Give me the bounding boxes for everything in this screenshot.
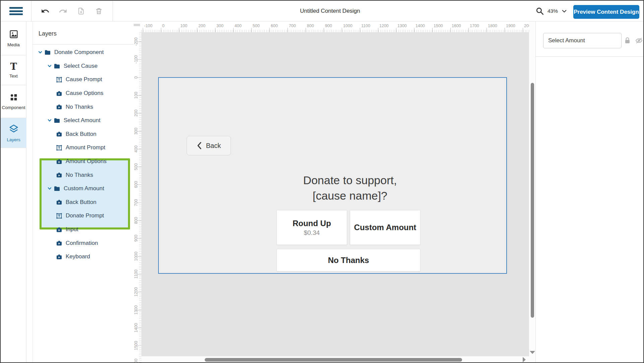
- button-layer-icon: [56, 240, 62, 247]
- layer-label: No Thanks: [66, 104, 93, 110]
- canvas-back-button[interactable]: Back: [187, 136, 231, 155]
- layer-label: Select Amount: [64, 117, 101, 124]
- ruler-label: 1600: [452, 23, 461, 28]
- layer-label: Confirmation: [66, 240, 98, 247]
- zoom-chevron-down-icon[interactable]: [561, 8, 567, 14]
- button-layer-icon: [56, 199, 62, 206]
- ruler-label: 1000: [343, 23, 352, 28]
- layer-row-custom-amount[interactable]: Custom Amount: [1, 182, 133, 196]
- option-title: Custom Amount: [354, 223, 416, 232]
- undo-button[interactable]: [40, 5, 51, 17]
- layer-label: Cause Prompt: [66, 76, 102, 83]
- chevron-down-icon[interactable]: [48, 64, 52, 68]
- layer-row-no-thanks[interactable]: No Thanks: [1, 100, 133, 114]
- preview-content-design-button[interactable]: Preview Content Design: [573, 5, 639, 19]
- ruler-major-tick: [360, 28, 360, 32]
- ruler-major-tick: [342, 28, 342, 32]
- ruler-major-tick: [161, 28, 161, 32]
- layer-row-back-button[interactable]: Back Button: [1, 127, 133, 141]
- text-layer-icon: [56, 76, 62, 83]
- eye-slash-icon: [635, 37, 643, 44]
- layer-label: Select Cause: [64, 63, 98, 69]
- ruler-label: 1900: [506, 23, 515, 28]
- ruler-label: 1200: [134, 287, 138, 297]
- chevron-down-icon[interactable]: [48, 187, 52, 191]
- layer-row-input[interactable]: Input: [1, 223, 133, 237]
- layer-label: Amount Prompt: [66, 144, 105, 151]
- layer-label: Amount Options: [66, 158, 107, 165]
- ruler-major-tick: [287, 28, 288, 32]
- layer-label: Custom Amount: [64, 185, 104, 192]
- text-layer-icon: [56, 144, 62, 151]
- ruler-major-tick: [215, 28, 215, 32]
- donation-prompt-text[interactable]: Donate to support, [cause name]?: [176, 172, 524, 203]
- layer-name-input[interactable]: [543, 33, 622, 48]
- layer-row-amount-prompt[interactable]: Amount Prompt: [1, 141, 133, 155]
- design-canvas[interactable]: Back Donate to support, [cause name]? Ro…: [141, 32, 529, 356]
- back-button-label: Back: [206, 142, 221, 150]
- ruler-label: -200: [134, 37, 138, 46]
- no-thanks-option-card[interactable]: No Thanks: [276, 249, 421, 271]
- delete-button[interactable]: [93, 5, 105, 17]
- ruler-major-tick: [324, 28, 324, 32]
- text-layer-icon: [56, 212, 62, 219]
- layer-row-cause-options[interactable]: Cause Options: [1, 87, 133, 100]
- ruler-label: 300: [216, 23, 223, 28]
- round-up-option-card[interactable]: Round Up$0.34: [276, 210, 347, 245]
- ruler-major-tick: [378, 28, 378, 32]
- hide-layer-button[interactable]: [635, 37, 643, 44]
- new-page-button[interactable]: [75, 5, 87, 17]
- ruler-label: 1400: [415, 23, 425, 28]
- chevron-down-icon[interactable]: [38, 50, 42, 54]
- layer-row-amount-options[interactable]: Amount Options: [1, 155, 133, 168]
- horizontal-scrollbar-thumb[interactable]: [205, 358, 462, 362]
- ruler-label: 1300: [134, 305, 138, 315]
- folder-layer-icon: [54, 185, 60, 192]
- ruler-corner: [134, 24, 140, 26]
- ruler-label: 400: [134, 145, 138, 152]
- trash-icon: [95, 7, 103, 15]
- chevron-down-icon[interactable]: [48, 118, 52, 122]
- prompt-line-2: [cause name]?: [176, 188, 524, 203]
- ruler-major-tick: [414, 28, 414, 32]
- ruler-label: 1300: [397, 23, 407, 28]
- layer-row-cause-prompt[interactable]: Cause Prompt: [1, 73, 133, 87]
- zoom-level-value[interactable]: 43%: [548, 8, 558, 14]
- main-menu-button[interactable]: [1, 1, 31, 21]
- ruler-label: -100: [134, 55, 138, 64]
- ruler-major-tick: [450, 28, 451, 32]
- layer-row-back-button[interactable]: Back Button: [1, 196, 133, 209]
- scroll-right-arrow[interactable]: [523, 357, 526, 362]
- layer-row-donate-prompt[interactable]: Donate Prompt: [1, 209, 133, 223]
- custom-amount-option-card[interactable]: Custom Amount: [350, 210, 421, 245]
- ruler-label: 1600: [134, 359, 138, 363]
- ruler-label: 700: [134, 199, 138, 206]
- layer-row-donate-component[interactable]: Donate Component: [1, 46, 133, 59]
- button-layer-icon: [56, 90, 62, 97]
- ruler-label: 200: [134, 110, 138, 117]
- ruler-major-tick: [523, 28, 523, 32]
- layers-title-divider: [33, 44, 133, 45]
- ruler-label: 1400: [134, 323, 138, 332]
- lock-layer-button[interactable]: [624, 37, 631, 44]
- ruler-label: 900: [325, 23, 332, 28]
- vertical-scrollbar-thumb[interactable]: [531, 83, 534, 318]
- redo-button[interactable]: [57, 5, 69, 17]
- ruler-major-tick: [269, 28, 270, 32]
- app-window: Untitled Content Design 43% Preview Cont…: [0, 0, 644, 363]
- ruler-label: 300: [134, 127, 138, 135]
- ruler-label: 100: [180, 23, 187, 28]
- layer-row-select-amount[interactable]: Select Amount: [1, 114, 133, 127]
- artboard[interactable]: Back Donate to support, [cause name]? Ro…: [158, 77, 507, 274]
- ruler-label: 1000: [134, 252, 138, 261]
- layer-row-confirmation[interactable]: Confirmation: [1, 236, 133, 250]
- zoom-control[interactable]: 43%: [535, 1, 567, 21]
- layer-row-select-cause[interactable]: Select Cause: [1, 59, 133, 73]
- layer-row-no-thanks[interactable]: No Thanks: [1, 168, 133, 182]
- layer-row-keyboard[interactable]: Keyboard: [1, 250, 133, 264]
- button-layer-icon: [56, 131, 62, 138]
- layer-label: Input: [66, 226, 78, 233]
- ruler-major-tick: [468, 28, 469, 32]
- scroll-down-arrow[interactable]: [530, 351, 535, 354]
- inspector-divider: [536, 56, 644, 57]
